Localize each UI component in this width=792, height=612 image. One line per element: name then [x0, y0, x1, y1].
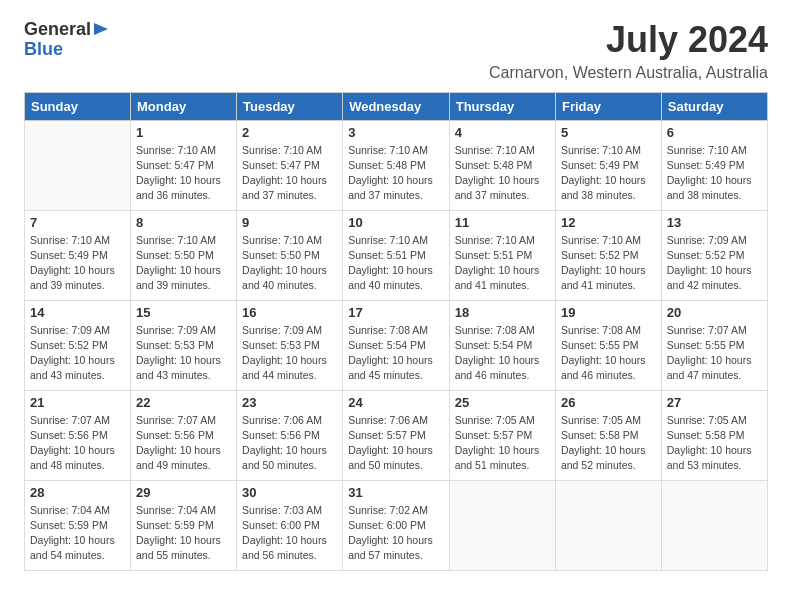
day-number: 30 — [242, 485, 337, 500]
day-info: Sunrise: 7:04 AMSunset: 5:59 PMDaylight:… — [136, 503, 231, 564]
day-number: 21 — [30, 395, 125, 410]
calendar-cell: 29Sunrise: 7:04 AMSunset: 5:59 PMDayligh… — [131, 480, 237, 570]
calendar-cell: 9Sunrise: 7:10 AMSunset: 5:50 PMDaylight… — [237, 210, 343, 300]
day-number: 6 — [667, 125, 762, 140]
calendar-week-5: 28Sunrise: 7:04 AMSunset: 5:59 PMDayligh… — [25, 480, 768, 570]
day-info: Sunrise: 7:08 AMSunset: 5:55 PMDaylight:… — [561, 323, 656, 384]
calendar-cell: 1Sunrise: 7:10 AMSunset: 5:47 PMDaylight… — [131, 120, 237, 210]
calendar-cell: 13Sunrise: 7:09 AMSunset: 5:52 PMDayligh… — [661, 210, 767, 300]
svg-marker-0 — [94, 23, 108, 35]
day-info: Sunrise: 7:08 AMSunset: 5:54 PMDaylight:… — [348, 323, 444, 384]
day-number: 4 — [455, 125, 550, 140]
day-number: 1 — [136, 125, 231, 140]
calendar-cell: 17Sunrise: 7:08 AMSunset: 5:54 PMDayligh… — [343, 300, 450, 390]
month-year-title: July 2024 — [489, 20, 768, 60]
calendar-cell: 15Sunrise: 7:09 AMSunset: 5:53 PMDayligh… — [131, 300, 237, 390]
day-info: Sunrise: 7:04 AMSunset: 5:59 PMDaylight:… — [30, 503, 125, 564]
calendar-cell — [555, 480, 661, 570]
day-info: Sunrise: 7:09 AMSunset: 5:53 PMDaylight:… — [242, 323, 337, 384]
day-number: 25 — [455, 395, 550, 410]
calendar-cell — [449, 480, 555, 570]
column-header-tuesday: Tuesday — [237, 92, 343, 120]
day-info: Sunrise: 7:10 AMSunset: 5:49 PMDaylight:… — [561, 143, 656, 204]
calendar-week-3: 14Sunrise: 7:09 AMSunset: 5:52 PMDayligh… — [25, 300, 768, 390]
calendar-cell: 26Sunrise: 7:05 AMSunset: 5:58 PMDayligh… — [555, 390, 661, 480]
calendar-cell: 31Sunrise: 7:02 AMSunset: 6:00 PMDayligh… — [343, 480, 450, 570]
day-number: 22 — [136, 395, 231, 410]
column-header-saturday: Saturday — [661, 92, 767, 120]
day-info: Sunrise: 7:10 AMSunset: 5:48 PMDaylight:… — [455, 143, 550, 204]
day-info: Sunrise: 7:07 AMSunset: 5:56 PMDaylight:… — [30, 413, 125, 474]
day-number: 27 — [667, 395, 762, 410]
day-info: Sunrise: 7:08 AMSunset: 5:54 PMDaylight:… — [455, 323, 550, 384]
calendar-cell: 19Sunrise: 7:08 AMSunset: 5:55 PMDayligh… — [555, 300, 661, 390]
day-number: 16 — [242, 305, 337, 320]
calendar-cell: 2Sunrise: 7:10 AMSunset: 5:47 PMDaylight… — [237, 120, 343, 210]
calendar-cell: 21Sunrise: 7:07 AMSunset: 5:56 PMDayligh… — [25, 390, 131, 480]
day-info: Sunrise: 7:09 AMSunset: 5:53 PMDaylight:… — [136, 323, 231, 384]
logo-icon — [92, 20, 110, 38]
title-area: July 2024 Carnarvon, Western Australia, … — [489, 20, 768, 82]
column-header-sunday: Sunday — [25, 92, 131, 120]
day-info: Sunrise: 7:10 AMSunset: 5:49 PMDaylight:… — [30, 233, 125, 294]
calendar-cell: 14Sunrise: 7:09 AMSunset: 5:52 PMDayligh… — [25, 300, 131, 390]
day-number: 24 — [348, 395, 444, 410]
calendar-cell: 11Sunrise: 7:10 AMSunset: 5:51 PMDayligh… — [449, 210, 555, 300]
day-info: Sunrise: 7:10 AMSunset: 5:51 PMDaylight:… — [455, 233, 550, 294]
calendar-cell: 23Sunrise: 7:06 AMSunset: 5:56 PMDayligh… — [237, 390, 343, 480]
day-info: Sunrise: 7:06 AMSunset: 5:57 PMDaylight:… — [348, 413, 444, 474]
calendar-cell: 20Sunrise: 7:07 AMSunset: 5:55 PMDayligh… — [661, 300, 767, 390]
calendar-week-1: 1Sunrise: 7:10 AMSunset: 5:47 PMDaylight… — [25, 120, 768, 210]
calendar-cell: 16Sunrise: 7:09 AMSunset: 5:53 PMDayligh… — [237, 300, 343, 390]
day-info: Sunrise: 7:05 AMSunset: 5:58 PMDaylight:… — [561, 413, 656, 474]
day-info: Sunrise: 7:07 AMSunset: 5:56 PMDaylight:… — [136, 413, 231, 474]
day-info: Sunrise: 7:09 AMSunset: 5:52 PMDaylight:… — [667, 233, 762, 294]
calendar-cell: 8Sunrise: 7:10 AMSunset: 5:50 PMDaylight… — [131, 210, 237, 300]
logo-blue: Blue — [24, 40, 63, 60]
day-info: Sunrise: 7:05 AMSunset: 5:58 PMDaylight:… — [667, 413, 762, 474]
day-number: 3 — [348, 125, 444, 140]
day-number: 18 — [455, 305, 550, 320]
day-info: Sunrise: 7:10 AMSunset: 5:52 PMDaylight:… — [561, 233, 656, 294]
page-header: General Blue July 2024 Carnarvon, Wester… — [24, 20, 768, 82]
calendar-cell: 24Sunrise: 7:06 AMSunset: 5:57 PMDayligh… — [343, 390, 450, 480]
day-number: 5 — [561, 125, 656, 140]
day-number: 20 — [667, 305, 762, 320]
day-number: 12 — [561, 215, 656, 230]
column-header-friday: Friday — [555, 92, 661, 120]
day-number: 31 — [348, 485, 444, 500]
calendar-cell: 7Sunrise: 7:10 AMSunset: 5:49 PMDaylight… — [25, 210, 131, 300]
day-info: Sunrise: 7:05 AMSunset: 5:57 PMDaylight:… — [455, 413, 550, 474]
day-number: 19 — [561, 305, 656, 320]
column-header-wednesday: Wednesday — [343, 92, 450, 120]
calendar-week-4: 21Sunrise: 7:07 AMSunset: 5:56 PMDayligh… — [25, 390, 768, 480]
day-info: Sunrise: 7:03 AMSunset: 6:00 PMDaylight:… — [242, 503, 337, 564]
calendar-cell: 6Sunrise: 7:10 AMSunset: 5:49 PMDaylight… — [661, 120, 767, 210]
day-number: 28 — [30, 485, 125, 500]
location-subtitle: Carnarvon, Western Australia, Australia — [489, 64, 768, 82]
calendar-cell: 25Sunrise: 7:05 AMSunset: 5:57 PMDayligh… — [449, 390, 555, 480]
column-header-monday: Monday — [131, 92, 237, 120]
calendar-cell: 30Sunrise: 7:03 AMSunset: 6:00 PMDayligh… — [237, 480, 343, 570]
day-info: Sunrise: 7:10 AMSunset: 5:47 PMDaylight:… — [242, 143, 337, 204]
day-number: 2 — [242, 125, 337, 140]
day-number: 8 — [136, 215, 231, 230]
calendar-cell — [661, 480, 767, 570]
calendar-cell: 28Sunrise: 7:04 AMSunset: 5:59 PMDayligh… — [25, 480, 131, 570]
column-header-thursday: Thursday — [449, 92, 555, 120]
calendar-cell: 27Sunrise: 7:05 AMSunset: 5:58 PMDayligh… — [661, 390, 767, 480]
calendar-cell: 12Sunrise: 7:10 AMSunset: 5:52 PMDayligh… — [555, 210, 661, 300]
day-info: Sunrise: 7:10 AMSunset: 5:50 PMDaylight:… — [242, 233, 337, 294]
day-number: 7 — [30, 215, 125, 230]
day-info: Sunrise: 7:06 AMSunset: 5:56 PMDaylight:… — [242, 413, 337, 474]
calendar-cell: 22Sunrise: 7:07 AMSunset: 5:56 PMDayligh… — [131, 390, 237, 480]
day-number: 17 — [348, 305, 444, 320]
day-info: Sunrise: 7:10 AMSunset: 5:49 PMDaylight:… — [667, 143, 762, 204]
day-number: 26 — [561, 395, 656, 410]
day-info: Sunrise: 7:10 AMSunset: 5:51 PMDaylight:… — [348, 233, 444, 294]
calendar-cell: 4Sunrise: 7:10 AMSunset: 5:48 PMDaylight… — [449, 120, 555, 210]
day-number: 14 — [30, 305, 125, 320]
day-number: 29 — [136, 485, 231, 500]
day-info: Sunrise: 7:02 AMSunset: 6:00 PMDaylight:… — [348, 503, 444, 564]
calendar-header-row: SundayMondayTuesdayWednesdayThursdayFrid… — [25, 92, 768, 120]
